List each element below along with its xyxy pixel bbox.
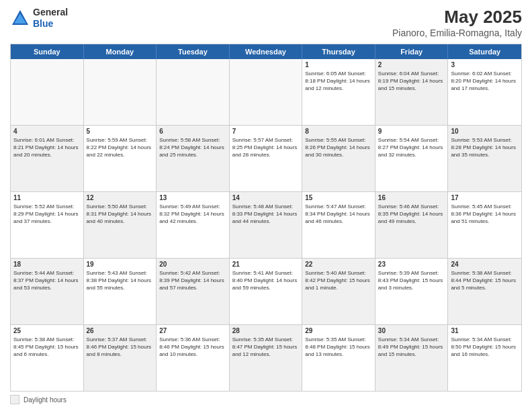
day-of-week-header: Wednesday [230,44,303,59]
cell-info: Sunrise: 5:54 AM Sunset: 8:27 PM Dayligh… [378,136,445,159]
day-of-week-header: Saturday [448,44,521,59]
day-number: 31 [451,327,519,334]
calendar-cell [84,59,157,125]
cell-info: Sunrise: 5:48 AM Sunset: 8:33 PM Dayligh… [232,203,300,226]
day-number: 30 [378,327,445,334]
cell-info: Sunrise: 5:55 AM Sunset: 8:26 PM Dayligh… [305,136,372,159]
legend-label: Daylight hours [24,396,66,404]
day-number: 1 [305,61,372,68]
day-number: 5 [87,128,154,135]
cell-info: Sunrise: 5:40 AM Sunset: 8:42 PM Dayligh… [305,269,372,292]
page-title: May 2025 [392,7,522,28]
calendar-cell: 3Sunrise: 6:02 AM Sunset: 8:20 PM Daylig… [448,59,521,125]
calendar-week-row: 18Sunrise: 5:44 AM Sunset: 8:37 PM Dayli… [11,259,521,325]
calendar-cell: 10Sunrise: 5:53 AM Sunset: 8:28 PM Dayli… [448,126,521,191]
cell-info: Sunrise: 5:36 AM Sunset: 8:46 PM Dayligh… [159,336,226,359]
calendar-cell: 18Sunrise: 5:44 AM Sunset: 8:37 PM Dayli… [11,259,84,324]
calendar-cell: 30Sunrise: 5:34 AM Sunset: 8:49 PM Dayli… [375,325,449,391]
day-number: 20 [159,261,226,268]
calendar-cell: 21Sunrise: 5:41 AM Sunset: 8:40 PM Dayli… [230,259,303,324]
cell-info: Sunrise: 5:35 AM Sunset: 8:47 PM Dayligh… [232,336,300,359]
calendar-header: SundayMondayTuesdayWednesdayThursdayFrid… [11,44,521,59]
legend-box [10,395,19,404]
cell-info: Sunrise: 6:02 AM Sunset: 8:20 PM Dayligh… [451,70,519,93]
cell-info: Sunrise: 5:58 AM Sunset: 8:24 PM Dayligh… [159,136,226,159]
day-number: 26 [87,327,154,334]
calendar-cell: 11Sunrise: 5:52 AM Sunset: 8:29 PM Dayli… [11,192,84,258]
day-of-week-header: Monday [84,44,157,59]
day-of-week-header: Friday [375,44,449,59]
calendar-cell: 29Sunrise: 5:35 AM Sunset: 8:48 PM Dayli… [302,325,375,391]
cell-info: Sunrise: 5:47 AM Sunset: 8:34 PM Dayligh… [305,203,372,226]
day-number: 16 [378,194,445,201]
calendar-cell: 13Sunrise: 5:49 AM Sunset: 8:32 PM Dayli… [157,192,230,258]
day-of-week-header: Tuesday [157,44,230,59]
calendar-cell: 15Sunrise: 5:47 AM Sunset: 8:34 PM Dayli… [302,192,375,258]
cell-info: Sunrise: 5:46 AM Sunset: 8:35 PM Dayligh… [378,203,445,226]
cell-info: Sunrise: 5:34 AM Sunset: 8:50 PM Dayligh… [451,336,519,359]
title-block: May 2025 Pianoro, Emilia-Romagna, Italy [392,7,522,38]
calendar-cell: 9Sunrise: 5:54 AM Sunset: 8:27 PM Daylig… [375,126,449,191]
calendar-cell: 16Sunrise: 5:46 AM Sunset: 8:35 PM Dayli… [375,192,449,258]
day-number: 29 [305,327,372,334]
calendar-cell: 22Sunrise: 5:40 AM Sunset: 8:42 PM Dayli… [302,259,375,324]
day-number: 14 [232,194,300,201]
cell-info: Sunrise: 6:04 AM Sunset: 8:19 PM Dayligh… [378,70,445,93]
cell-info: Sunrise: 5:59 AM Sunset: 8:22 PM Dayligh… [87,136,154,159]
cell-info: Sunrise: 5:50 AM Sunset: 8:31 PM Dayligh… [87,203,154,226]
cell-info: Sunrise: 6:05 AM Sunset: 8:18 PM Dayligh… [305,70,372,93]
calendar-cell: 4Sunrise: 6:01 AM Sunset: 8:21 PM Daylig… [11,126,84,191]
calendar-cell: 25Sunrise: 5:38 AM Sunset: 8:45 PM Dayli… [11,325,84,391]
day-number: 17 [451,194,519,201]
cell-info: Sunrise: 5:57 AM Sunset: 8:25 PM Dayligh… [232,136,300,159]
day-number: 28 [232,327,300,334]
page-subtitle: Pianoro, Emilia-Romagna, Italy [392,28,522,38]
day-number: 15 [305,194,372,201]
calendar-body: 1Sunrise: 6:05 AM Sunset: 8:18 PM Daylig… [11,59,521,391]
cell-info: Sunrise: 5:45 AM Sunset: 8:36 PM Dayligh… [451,203,519,226]
day-number: 18 [13,261,81,268]
page: General Blue May 2025 Pianoro, Emilia-Ro… [0,0,532,411]
calendar-cell: 19Sunrise: 5:43 AM Sunset: 8:38 PM Dayli… [84,259,157,324]
cell-info: Sunrise: 6:01 AM Sunset: 8:21 PM Dayligh… [13,136,81,159]
calendar-cell [230,59,303,125]
day-number: 21 [232,261,300,268]
calendar-cell: 14Sunrise: 5:48 AM Sunset: 8:33 PM Dayli… [230,192,303,258]
calendar-cell [157,59,230,125]
calendar-cell: 17Sunrise: 5:45 AM Sunset: 8:36 PM Dayli… [448,192,521,258]
calendar-cell: 5Sunrise: 5:59 AM Sunset: 8:22 PM Daylig… [84,126,157,191]
day-number: 7 [232,128,300,135]
day-number: 8 [305,128,372,135]
cell-info: Sunrise: 5:53 AM Sunset: 8:28 PM Dayligh… [451,136,519,159]
day-number: 10 [451,128,519,135]
calendar-cell: 27Sunrise: 5:36 AM Sunset: 8:46 PM Dayli… [157,325,230,391]
day-number: 23 [378,261,445,268]
cell-info: Sunrise: 5:49 AM Sunset: 8:32 PM Dayligh… [159,203,226,226]
day-number: 22 [305,261,372,268]
calendar-cell: 31Sunrise: 5:34 AM Sunset: 8:50 PM Dayli… [448,325,521,391]
header: General Blue May 2025 Pianoro, Emilia-Ro… [10,7,522,38]
calendar-cell: 1Sunrise: 6:05 AM Sunset: 8:18 PM Daylig… [302,59,375,125]
calendar-cell: 20Sunrise: 5:42 AM Sunset: 8:39 PM Dayli… [157,259,230,324]
day-number: 27 [159,327,226,334]
cell-info: Sunrise: 5:41 AM Sunset: 8:40 PM Dayligh… [232,269,300,292]
day-number: 11 [13,194,81,201]
day-number: 2 [378,61,445,68]
cell-info: Sunrise: 5:43 AM Sunset: 8:38 PM Dayligh… [87,269,154,292]
day-number: 24 [451,261,519,268]
calendar-cell: 26Sunrise: 5:37 AM Sunset: 8:46 PM Dayli… [84,325,157,391]
day-number: 13 [159,194,226,201]
logo: General Blue [10,7,68,30]
calendar-cell: 2Sunrise: 6:04 AM Sunset: 8:19 PM Daylig… [375,59,449,125]
cell-info: Sunrise: 5:38 AM Sunset: 8:45 PM Dayligh… [13,336,81,359]
logo-text: General Blue [33,7,68,30]
calendar-week-row: 11Sunrise: 5:52 AM Sunset: 8:29 PM Dayli… [11,192,521,259]
day-number: 9 [378,128,445,135]
day-number: 3 [451,61,519,68]
calendar-week-row: 1Sunrise: 6:05 AM Sunset: 8:18 PM Daylig… [11,59,521,126]
legend: Daylight hours [10,395,522,404]
logo-icon [10,8,30,28]
cell-info: Sunrise: 5:37 AM Sunset: 8:46 PM Dayligh… [87,336,154,359]
cell-info: Sunrise: 5:39 AM Sunset: 8:43 PM Dayligh… [378,269,445,292]
calendar-week-row: 25Sunrise: 5:38 AM Sunset: 8:45 PM Dayli… [11,325,521,391]
